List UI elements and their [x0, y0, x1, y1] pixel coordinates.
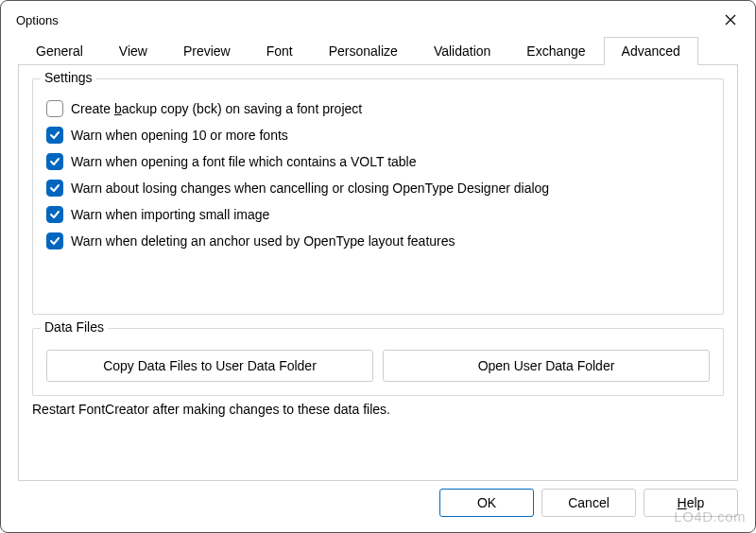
checkbox-label: Warn when importing small image: [71, 207, 269, 222]
checkbox-warn-otd[interactable]: [46, 180, 63, 197]
tab-content: Settings Create backup copy (bck) on sav…: [18, 64, 738, 481]
data-files-note: Restart FontCreator after making changes…: [32, 402, 724, 417]
checkbox-label: Create backup copy (bck) on saving a fon…: [71, 101, 362, 116]
ok-button[interactable]: OK: [439, 489, 534, 517]
close-icon[interactable]: [721, 10, 740, 29]
setting-row: Warn about losing changes when cancellin…: [46, 180, 710, 197]
tab-font[interactable]: Font: [249, 37, 311, 64]
tab-preview[interactable]: Preview: [165, 37, 249, 64]
tabs: General View Preview Font Personalize Va…: [1, 37, 755, 64]
dialog-buttons: OK Cancel Help: [1, 489, 755, 532]
data-files-group: Data Files Copy Data Files to User Data …: [32, 328, 724, 396]
checkbox-warn-anchor[interactable]: [46, 232, 63, 249]
setting-row: Warn when opening a font file which cont…: [46, 153, 710, 170]
checkbox-warn-volt[interactable]: [46, 153, 63, 170]
checkbox-backup[interactable]: [46, 100, 63, 117]
options-dialog: Options General View Preview Font Person…: [0, 0, 756, 533]
tab-advanced[interactable]: Advanced: [604, 37, 698, 65]
tab-personalize[interactable]: Personalize: [311, 37, 416, 64]
checkbox-warn-small-image[interactable]: [46, 206, 63, 223]
checkbox-warn-10-fonts[interactable]: [46, 127, 63, 144]
data-files-group-title: Data Files: [41, 319, 108, 335]
tab-validation[interactable]: Validation: [416, 37, 508, 64]
tab-general[interactable]: General: [18, 37, 101, 64]
setting-row: Create backup copy (bck) on saving a fon…: [46, 100, 710, 117]
setting-row: Warn when opening 10 or more fonts: [46, 127, 710, 144]
copy-data-files-button[interactable]: Copy Data Files to User Data Folder: [46, 350, 373, 382]
checkbox-label: Warn when deleting an anchor used by Ope…: [71, 233, 455, 249]
window-title: Options: [16, 13, 59, 27]
cancel-button[interactable]: Cancel: [541, 489, 636, 517]
settings-group: Settings Create backup copy (bck) on sav…: [32, 78, 724, 315]
checkbox-label: Warn about losing changes when cancellin…: [71, 181, 549, 196]
help-button[interactable]: Help: [644, 489, 738, 517]
tab-view[interactable]: View: [101, 37, 165, 64]
settings-group-title: Settings: [41, 70, 96, 85]
data-files-buttons: Copy Data Files to User Data Folder Open…: [46, 350, 710, 382]
checkbox-label: Warn when opening a font file which cont…: [71, 154, 417, 169]
setting-row: Warn when importing small image: [46, 206, 710, 223]
checkbox-label: Warn when opening 10 or more fonts: [71, 128, 288, 143]
titlebar: Options: [1, 1, 755, 37]
tab-exchange[interactable]: Exchange: [508, 37, 603, 64]
open-user-data-folder-button[interactable]: Open User Data Folder: [383, 350, 710, 382]
setting-row: Warn when deleting an anchor used by Ope…: [46, 232, 710, 249]
